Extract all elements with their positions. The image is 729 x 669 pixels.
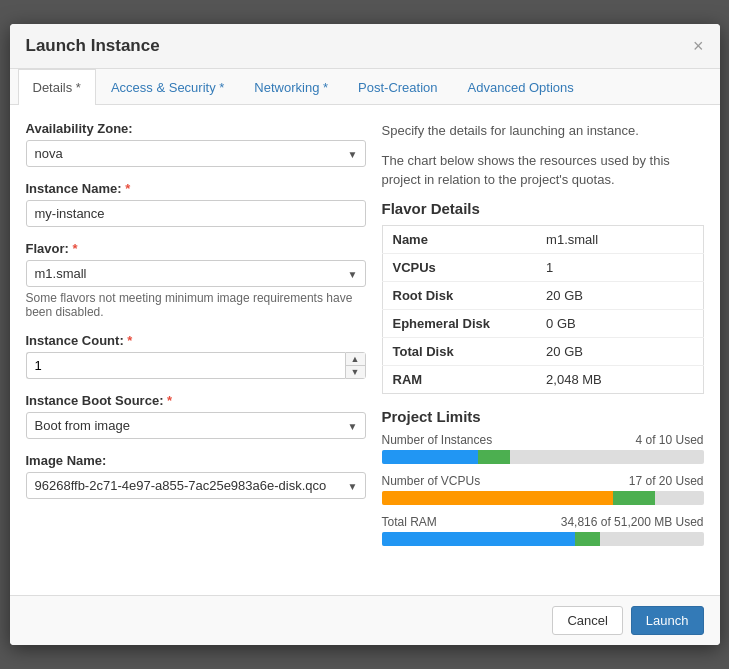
- limit-header: Number of Instances 4 of 10 Used: [382, 433, 704, 447]
- flavor-row-value: 20 GB: [536, 281, 703, 309]
- flavor-row: Namem1.small: [382, 225, 703, 253]
- flavor-row-label: RAM: [382, 365, 536, 393]
- image-name-select[interactable]: 96268ffb-2c71-4e97-a855-7ac25e983a6e-dis…: [26, 472, 366, 499]
- flavor-row-value: 0 GB: [536, 309, 703, 337]
- limit-header: Total RAM 34,816 of 51,200 MB Used: [382, 515, 704, 529]
- tabs-bar: Details * Access & Security * Networking…: [10, 69, 720, 105]
- flavor-hint: Some flavors not meeting minimum image r…: [26, 291, 366, 319]
- instance-count-group: Instance Count: * ▲ ▼: [26, 333, 366, 379]
- flavor-row: Ephemeral Disk0 GB: [382, 309, 703, 337]
- flavor-row: Total Disk20 GB: [382, 337, 703, 365]
- modal-body: Availability Zone: nova Instance Name: *: [10, 105, 720, 595]
- availability-zone-group: Availability Zone: nova: [26, 121, 366, 167]
- image-name-group: Image Name: 96268ffb-2c71-4e97-a855-7ac2…: [26, 453, 366, 499]
- limit-row: Number of VCPUs 17 of 20 Used: [382, 474, 704, 505]
- tab-post-creation[interactable]: Post-Creation: [343, 69, 452, 105]
- flavor-row-label: Root Disk: [382, 281, 536, 309]
- flavor-row-value: m1.small: [536, 225, 703, 253]
- instance-count-label: Instance Count: *: [26, 333, 366, 348]
- boot-source-select[interactable]: Boot from image: [26, 412, 366, 439]
- flavor-details-title: Flavor Details: [382, 200, 704, 217]
- launch-button[interactable]: Launch: [631, 606, 704, 635]
- instance-count-input[interactable]: [26, 352, 345, 379]
- limit-row: Total RAM 34,816 of 51,200 MB Used: [382, 515, 704, 546]
- flavor-row-label: Total Disk: [382, 337, 536, 365]
- flavor-row: Root Disk20 GB: [382, 281, 703, 309]
- close-button[interactable]: ×: [693, 37, 704, 55]
- modal-overlay: Launch Instance × Details * Access & Sec…: [0, 0, 729, 669]
- desc-text-1: Specify the details for launching an ins…: [382, 121, 704, 141]
- right-panel: Specify the details for launching an ins…: [382, 121, 704, 579]
- desc-text-2: The chart below shows the resources used…: [382, 151, 704, 190]
- flavor-row-value: 2,048 MB: [536, 365, 703, 393]
- flavor-select[interactable]: m1.small: [26, 260, 366, 287]
- flavor-label: Flavor: *: [26, 241, 366, 256]
- tab-access-security[interactable]: Access & Security *: [96, 69, 239, 105]
- boot-source-label: Instance Boot Source: *: [26, 393, 366, 408]
- image-name-wrapper: 96268ffb-2c71-4e97-a855-7ac25e983a6e-dis…: [26, 472, 366, 499]
- limit-label: Number of VCPUs: [382, 474, 481, 488]
- flavor-table: Namem1.smallVCPUs1Root Disk20 GBEphemera…: [382, 225, 704, 394]
- instance-count-required: *: [127, 333, 132, 348]
- tab-networking[interactable]: Networking *: [239, 69, 343, 105]
- limit-label: Number of Instances: [382, 433, 493, 447]
- image-name-label: Image Name:: [26, 453, 366, 468]
- limit-bar: [382, 532, 704, 546]
- limit-used-text: 17 of 20 Used: [629, 474, 704, 488]
- boot-source-required: *: [167, 393, 172, 408]
- instance-name-group: Instance Name: *: [26, 181, 366, 227]
- spin-buttons: ▲ ▼: [345, 352, 366, 379]
- limit-label: Total RAM: [382, 515, 437, 529]
- flavor-row-label: VCPUs: [382, 253, 536, 281]
- modal-header: Launch Instance ×: [10, 24, 720, 69]
- modal-footer: Cancel Launch: [10, 595, 720, 645]
- instance-count-wrapper: ▲ ▼: [26, 352, 366, 379]
- availability-zone-label: Availability Zone:: [26, 121, 366, 136]
- tab-details[interactable]: Details *: [18, 69, 96, 105]
- limit-header: Number of VCPUs 17 of 20 Used: [382, 474, 704, 488]
- limits-container: Number of Instances 4 of 10 Used Number …: [382, 433, 704, 546]
- spin-down-button[interactable]: ▼: [346, 366, 365, 378]
- flavor-group: Flavor: * m1.small Some flavors not meet…: [26, 241, 366, 319]
- limit-bar: [382, 491, 704, 505]
- instance-name-label: Instance Name: *: [26, 181, 366, 196]
- availability-zone-select[interactable]: nova: [26, 140, 366, 167]
- flavor-row-label: Name: [382, 225, 536, 253]
- project-limits-title: Project Limits: [382, 408, 704, 425]
- limit-row: Number of Instances 4 of 10 Used: [382, 433, 704, 464]
- spin-up-button[interactable]: ▲: [346, 353, 365, 366]
- instance-name-required: *: [125, 181, 130, 196]
- flavor-row-value: 1: [536, 253, 703, 281]
- limit-used-text: 4 of 10 Used: [635, 433, 703, 447]
- flavor-row-label: Ephemeral Disk: [382, 309, 536, 337]
- launch-instance-modal: Launch Instance × Details * Access & Sec…: [10, 24, 720, 645]
- availability-zone-wrapper: nova: [26, 140, 366, 167]
- limit-bar: [382, 450, 704, 464]
- left-panel: Availability Zone: nova Instance Name: *: [26, 121, 366, 579]
- flavor-row-value: 20 GB: [536, 337, 703, 365]
- flavor-required: *: [72, 241, 77, 256]
- boot-source-wrapper: Boot from image: [26, 412, 366, 439]
- instance-name-input[interactable]: [26, 200, 366, 227]
- cancel-button[interactable]: Cancel: [552, 606, 622, 635]
- flavor-row: RAM2,048 MB: [382, 365, 703, 393]
- flavor-wrapper: m1.small: [26, 260, 366, 287]
- tab-advanced-options[interactable]: Advanced Options: [453, 69, 589, 105]
- boot-source-group: Instance Boot Source: * Boot from image: [26, 393, 366, 439]
- flavor-row: VCPUs1: [382, 253, 703, 281]
- modal-title: Launch Instance: [26, 36, 160, 56]
- limit-used-text: 34,816 of 51,200 MB Used: [561, 515, 704, 529]
